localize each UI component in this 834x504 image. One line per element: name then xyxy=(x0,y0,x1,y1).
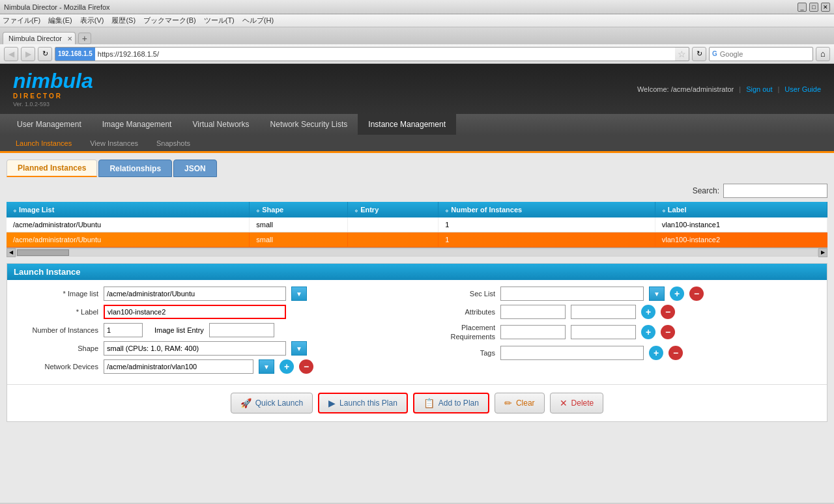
nav-user-management[interactable]: User Management xyxy=(7,114,92,135)
quick-launch-icon: 🚀 xyxy=(240,398,252,408)
browser-nav-bar: ◀ ▶ ↻ 192.168.1.5 https://192.168.1.5/ ☆… xyxy=(0,44,834,64)
network-devices-add-button[interactable]: + xyxy=(280,359,294,374)
cell-entry xyxy=(348,217,439,232)
network-devices-remove-button[interactable]: − xyxy=(299,359,313,374)
cell-image-list: /acme/administrator/Ubuntu xyxy=(7,217,250,232)
col-shape[interactable]: ⬦Shape xyxy=(250,202,348,217)
shape-input[interactable] xyxy=(104,341,286,356)
main-nav: User Management Image Management Virtual… xyxy=(0,114,834,135)
network-devices-input[interactable] xyxy=(104,359,253,374)
table-row[interactable]: /acme/administrator/Ubuntu small 1 vlan1… xyxy=(7,217,827,232)
menu-help[interactable]: ヘルプ(H) xyxy=(242,16,274,25)
window-controls[interactable]: _ □ ✕ xyxy=(798,3,830,12)
user-guide-link[interactable]: User Guide xyxy=(784,85,821,93)
sec-list-remove-button[interactable]: − xyxy=(689,287,704,301)
placement-remove-button[interactable]: − xyxy=(661,325,675,339)
col-label[interactable]: ⬦Label xyxy=(655,202,827,217)
placement-add-button[interactable]: + xyxy=(641,325,655,339)
menu-edit[interactable]: 編集(E) xyxy=(48,16,72,25)
table-search-input[interactable] xyxy=(723,184,827,198)
browser-tab-active[interactable]: Nimbula Director ✕ xyxy=(3,32,76,44)
shape-dropdown-button[interactable]: ▼ xyxy=(291,341,307,356)
attributes-add-button[interactable]: + xyxy=(641,305,655,319)
sec-list-add-button[interactable]: + xyxy=(670,287,684,301)
search-row: Search: xyxy=(7,184,827,198)
image-list-entry-input[interactable] xyxy=(209,323,274,337)
menu-file[interactable]: ファイル(F) xyxy=(3,16,40,25)
page-reload-button[interactable]: ↻ xyxy=(692,47,706,61)
num-instances-row: Number of Instances Image list Entry xyxy=(20,323,404,337)
menu-view[interactable]: 表示(V) xyxy=(80,16,104,25)
search-input[interactable] xyxy=(720,50,812,58)
launch-instance-panel: Launch Instance * Image list ▼ * Label xyxy=(7,263,827,422)
menu-tools[interactable]: ツール(T) xyxy=(204,16,235,25)
minimize-button[interactable]: _ xyxy=(798,3,807,12)
horizontal-scrollbar[interactable]: ◀ ▶ xyxy=(7,247,827,257)
maximize-button[interactable]: □ xyxy=(809,3,818,12)
cell-image-list: /acme/administrator/Ubuntu xyxy=(7,232,250,247)
delete-button[interactable]: ✕ Delete xyxy=(550,393,604,413)
table-row[interactable]: /acme/administrator/Ubuntu small 1 vlan1… xyxy=(7,232,827,247)
image-list-entry-label: Image list Entry xyxy=(154,326,204,334)
close-button[interactable]: ✕ xyxy=(821,3,830,12)
nav-instance-management[interactable]: Instance Management xyxy=(358,114,456,135)
label-input[interactable] xyxy=(104,305,286,319)
tab-planned-instances[interactable]: Planned Instances xyxy=(7,160,97,177)
nav-security-lists[interactable]: Network Security Lists xyxy=(260,114,358,135)
label-label: * Label xyxy=(20,308,98,316)
sub-nav-view-instances[interactable]: View Instances xyxy=(81,134,147,152)
back-button[interactable]: ◀ xyxy=(4,47,18,61)
scroll-thumb[interactable] xyxy=(17,249,69,256)
tab-json[interactable]: JSON xyxy=(173,160,217,177)
scroll-right-button[interactable]: ▶ xyxy=(818,248,827,257)
attributes-value-input[interactable] xyxy=(571,305,636,319)
google-logo: G xyxy=(710,50,720,57)
nav-image-management[interactable]: Image Management xyxy=(92,114,182,135)
col-num-instances[interactable]: ⬦Number of Instances xyxy=(439,202,655,217)
sec-list-dropdown-button[interactable]: ▼ xyxy=(649,287,665,301)
tags-input[interactable] xyxy=(500,346,644,360)
sub-nav-launch-instances[interactable]: Launch Instances xyxy=(7,134,81,152)
quick-launch-button[interactable]: 🚀 Quick Launch xyxy=(231,393,313,413)
browser-title: Nimbula Director - Mozilla Firefox xyxy=(4,3,798,11)
attributes-key-input[interactable] xyxy=(500,305,566,319)
tags-add-button[interactable]: + xyxy=(649,346,663,360)
launch-this-plan-button[interactable]: ▶ Launch this Plan xyxy=(318,393,408,413)
placement-key-input[interactable] xyxy=(500,325,566,339)
col-image-list[interactable]: ⬦Image List xyxy=(7,202,250,217)
menu-bookmarks[interactable]: ブックマーク(B) xyxy=(143,16,196,25)
home-button[interactable]: ⌂ xyxy=(816,47,830,61)
add-to-plan-button[interactable]: 📋 Add to Plan xyxy=(413,393,489,413)
tags-row: Tags + − xyxy=(430,346,814,360)
tags-remove-button[interactable]: − xyxy=(669,346,683,360)
network-devices-dropdown-button[interactable]: ▼ xyxy=(259,359,274,374)
num-instances-input[interactable] xyxy=(104,323,143,337)
image-list-input[interactable] xyxy=(104,287,286,301)
new-tab-button[interactable]: + xyxy=(78,33,91,44)
forward-button[interactable]: ▶ xyxy=(21,47,35,61)
attributes-remove-button[interactable]: − xyxy=(661,305,675,319)
sign-out-link[interactable]: Sign out xyxy=(746,85,772,93)
menu-history[interactable]: 履歴(S) xyxy=(111,16,136,25)
clear-icon: ✏ xyxy=(504,398,512,408)
reload-button[interactable]: ↻ xyxy=(38,47,52,61)
placement-value-input[interactable] xyxy=(571,325,636,339)
clear-button[interactable]: ✏ Clear xyxy=(495,393,545,413)
image-list-dropdown-button[interactable]: ▼ xyxy=(291,287,307,301)
tab-relationships[interactable]: Relationships xyxy=(98,160,172,177)
sec-list-input[interactable] xyxy=(500,287,644,301)
delete-icon: ✕ xyxy=(560,398,568,408)
bookmark-star-icon[interactable]: ☆ xyxy=(678,49,686,59)
cell-entry xyxy=(348,232,439,247)
scroll-track[interactable] xyxy=(17,249,817,256)
address-bar[interactable]: 192.168.1.5 https://192.168.1.5/ ☆ xyxy=(55,47,689,61)
scroll-left-button[interactable]: ◀ xyxy=(7,248,16,257)
tab-close-icon[interactable]: ✕ xyxy=(67,35,72,42)
nav-virtual-networks[interactable]: Virtual Networks xyxy=(182,114,259,135)
col-entry[interactable]: ⬦Entry xyxy=(348,202,439,217)
address-icons: ☆ xyxy=(675,49,689,59)
image-list-row: * Image list ▼ xyxy=(20,287,404,301)
sub-nav-snapshots[interactable]: Snapshots xyxy=(147,134,199,152)
search-bar[interactable]: G xyxy=(709,47,813,61)
launch-panel-header: Launch Instance xyxy=(7,264,827,280)
